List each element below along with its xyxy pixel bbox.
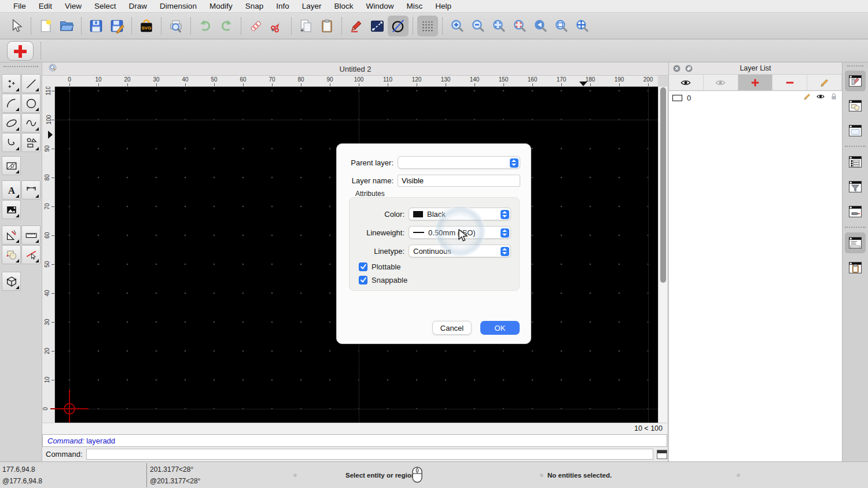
- polyline-tool-icon[interactable]: [2, 133, 21, 152]
- scrollbar-thumb[interactable]: [660, 87, 666, 283]
- menu-layer[interactable]: Layer: [296, 0, 328, 13]
- image-tool-icon[interactable]: [2, 200, 21, 219]
- layer-panel-header: Layer List: [669, 62, 842, 75]
- menu-draw[interactable]: Draw: [123, 0, 154, 13]
- float-panel-icon[interactable]: [685, 64, 693, 73]
- linetype-select[interactable]: Continuous: [409, 245, 511, 257]
- zoom-in-icon[interactable]: [447, 16, 468, 36]
- row-visible-eye-icon[interactable]: [816, 92, 825, 103]
- line-dash-icon[interactable]: [367, 16, 388, 36]
- attributes-label: Attributes: [355, 190, 385, 198]
- zoom-previous-icon[interactable]: [530, 16, 551, 36]
- box3d-tool-icon[interactable]: [2, 272, 21, 291]
- plottable-checkbox[interactable]: [359, 263, 367, 271]
- close-panel-icon[interactable]: [672, 64, 681, 73]
- copy-icon[interactable]: [296, 16, 317, 36]
- zoom-auto-icon[interactable]: [488, 16, 509, 36]
- hatch-tool-icon[interactable]: [2, 156, 21, 175]
- lineweight-swatch: [413, 232, 424, 234]
- spline-tool-icon[interactable]: [21, 113, 41, 132]
- menu-snap[interactable]: Snap: [239, 0, 270, 13]
- command-input[interactable]: [86, 449, 654, 460]
- line-tool-icon[interactable]: [21, 74, 41, 93]
- dock-layer-list-icon[interactable]: [845, 71, 866, 91]
- ruler-top: 0102030405060708090100110120130140150160…: [55, 76, 658, 87]
- menu-info[interactable]: Info: [270, 0, 296, 13]
- new-file-icon[interactable]: [35, 16, 56, 36]
- add-layer-icon[interactable]: [738, 75, 773, 90]
- svg-export-icon[interactable]: SVG: [136, 16, 157, 36]
- add-layer-plus-icon[interactable]: [7, 41, 34, 61]
- snappable-checkbox[interactable]: [359, 276, 367, 284]
- parent-layer-select[interactable]: [398, 156, 520, 169]
- drafting-tool-icon[interactable]: [2, 225, 21, 245]
- redo-icon[interactable]: [216, 16, 237, 36]
- ruler-left-tick: 30: [44, 319, 50, 325]
- dock-command-line-icon[interactable]: [845, 232, 866, 253]
- save-as-icon[interactable]: [106, 16, 127, 36]
- circle-tool-icon[interactable]: [21, 94, 41, 113]
- row-edit-pencil-icon[interactable]: [803, 92, 812, 103]
- grid-icon[interactable]: [417, 16, 438, 36]
- paste-icon[interactable]: [317, 16, 337, 36]
- pointer-icon[interactable]: [6, 16, 27, 36]
- status-abs-coords: 177.6,94.8: [2, 465, 35, 474]
- menu-window[interactable]: Window: [360, 0, 400, 13]
- ellipse-tool-icon[interactable]: [2, 113, 21, 132]
- menu-view[interactable]: View: [58, 0, 88, 13]
- menu-misc[interactable]: Misc: [400, 0, 429, 13]
- boolean-tool-icon[interactable]: [2, 245, 21, 264]
- menu-dimension[interactable]: Dimension: [153, 0, 203, 13]
- print-preview-icon[interactable]: [165, 16, 186, 36]
- dock-entity-list-icon[interactable]: [845, 151, 866, 172]
- command-dock-toggle-icon[interactable]: [657, 450, 667, 459]
- menu-select[interactable]: Select: [88, 0, 123, 13]
- save-icon[interactable]: [86, 16, 106, 36]
- menu-help[interactable]: Help: [429, 0, 458, 13]
- dock-block-list-icon[interactable]: [845, 95, 866, 116]
- edit-layer-icon[interactable]: [807, 75, 842, 90]
- text-tool-icon[interactable]: A: [2, 180, 21, 199]
- open-file-icon[interactable]: [56, 16, 77, 36]
- status-hint: Select entity or region: [345, 472, 415, 479]
- vertical-scrollbar[interactable]: [658, 87, 667, 423]
- dock-drag-handle[interactable]: [847, 65, 863, 66]
- circle-line-icon[interactable]: [388, 16, 409, 36]
- remove-layer-icon[interactable]: [773, 75, 807, 90]
- hide-all-layers-eye-icon[interactable]: [704, 75, 738, 90]
- zoom-out-icon[interactable]: [468, 16, 488, 36]
- points-tool-icon[interactable]: [2, 74, 21, 93]
- zoom-pan-icon[interactable]: [572, 16, 593, 36]
- modify-tool-icon[interactable]: [21, 245, 41, 264]
- dimension-tool-icon[interactable]: [21, 180, 41, 199]
- menu-edit[interactable]: Edit: [32, 0, 58, 13]
- cut-icon[interactable]: [266, 16, 287, 36]
- menu-modify[interactable]: Modify: [203, 0, 239, 13]
- measure-tool-icon[interactable]: [21, 225, 41, 245]
- menu-file[interactable]: File: [7, 0, 32, 13]
- undo-icon[interactable]: [195, 16, 216, 36]
- polygon-tool-icon[interactable]: [21, 133, 41, 152]
- dock-filter-icon[interactable]: [845, 176, 866, 197]
- ok-button[interactable]: OK: [480, 321, 520, 335]
- document-titlebar[interactable]: Untitled 2: [42, 62, 668, 76]
- menu-block[interactable]: Block: [328, 0, 360, 13]
- eraser-icon[interactable]: [245, 16, 266, 36]
- show-all-layers-eye-icon[interactable]: [669, 75, 704, 90]
- layer-name-input[interactable]: [398, 175, 520, 187]
- palette-drag-handle[interactable]: [3, 66, 38, 71]
- row-lock-icon[interactable]: [829, 92, 838, 103]
- zoom-current-icon[interactable]: [509, 16, 530, 36]
- dock-clipboard-icon[interactable]: [845, 257, 866, 278]
- layer-row[interactable]: 0: [669, 91, 842, 104]
- lineweight-select[interactable]: 0.50mm (ISO): [409, 226, 511, 239]
- cancel-button[interactable]: Cancel: [432, 321, 472, 335]
- arc-tool-icon[interactable]: [2, 94, 21, 113]
- ruler-top-tick: 200: [643, 76, 653, 83]
- dock-pen-palette-icon[interactable]: [845, 201, 866, 222]
- pen-icon[interactable]: [346, 16, 367, 36]
- dock-library-browser-icon[interactable]: [845, 120, 866, 141]
- color-select[interactable]: Black: [409, 208, 511, 220]
- zoom-window-icon[interactable]: [551, 16, 572, 36]
- status-rel-coords: @177.6,94.8: [2, 477, 42, 485]
